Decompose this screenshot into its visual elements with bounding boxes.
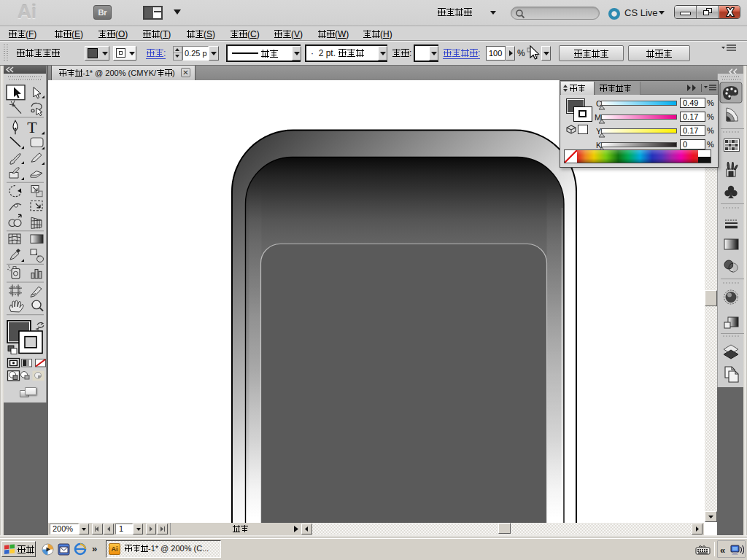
- svg-text:T: T: [27, 120, 36, 136]
